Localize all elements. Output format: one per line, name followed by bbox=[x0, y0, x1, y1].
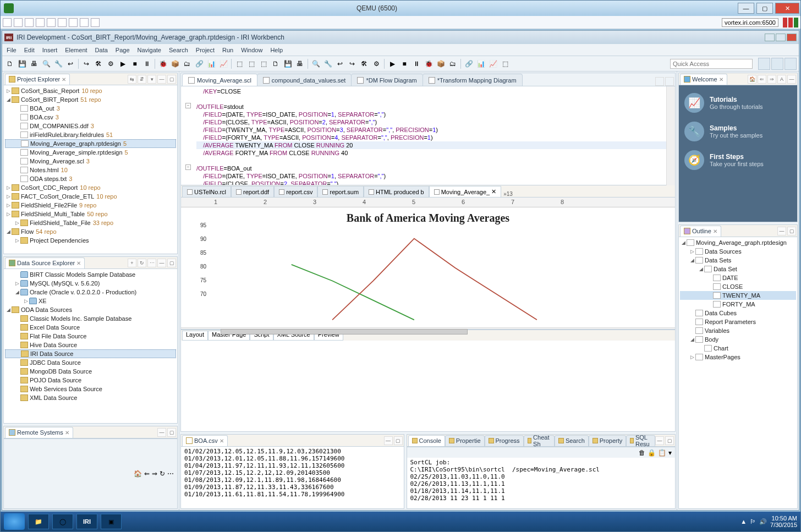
tree-item[interactable]: ◢Data Sets bbox=[680, 256, 796, 265]
toolbar-icon[interactable]: ▶ bbox=[117, 58, 128, 69]
maximize-icon[interactable]: ▢ bbox=[787, 227, 796, 235]
editor-tab[interactable]: *Transform Mapping Diagram bbox=[423, 74, 523, 86]
scrollbar[interactable] bbox=[666, 86, 675, 185]
tree-item[interactable]: ▷CoSort_Basic_Report 10 repo bbox=[5, 86, 176, 95]
menu-file[interactable]: File bbox=[7, 47, 17, 53]
collapse-all-icon[interactable]: ⇆ bbox=[128, 75, 136, 84]
tree-item[interactable]: TWENTY_MA bbox=[680, 291, 796, 300]
bottom-tab-propertie[interactable]: Propertie bbox=[445, 435, 485, 446]
toolbar-icon[interactable]: ⏸ bbox=[141, 58, 152, 69]
toolbar-icon[interactable]: 🗋 bbox=[270, 58, 281, 69]
qemu-tool-icon[interactable] bbox=[3, 18, 12, 27]
toolbar-icon[interactable]: 🐞 bbox=[157, 58, 168, 69]
tree-item[interactable]: ▷FieldShield_Table_File 33 repo bbox=[5, 218, 176, 227]
menu-insert[interactable]: Insert bbox=[42, 47, 58, 53]
tree-item[interactable]: ▷Project Dependencies bbox=[5, 236, 176, 245]
minimize-icon[interactable]: — bbox=[157, 428, 166, 437]
toolbar-icon[interactable]: ↻ bbox=[138, 259, 146, 267]
tree-item[interactable]: iriFieldRuleLibrary.fieldrules 51 bbox=[5, 130, 176, 139]
tree-item[interactable]: Moving_Average.scl 3 bbox=[5, 157, 176, 166]
tree-item[interactable]: Report Parameters bbox=[680, 317, 796, 326]
system-clock[interactable]: 10:50 AM 7/30/2015 bbox=[770, 515, 797, 528]
toolbar-icon[interactable]: 🗋 bbox=[4, 58, 15, 69]
toolbar-icon[interactable]: ⬚ bbox=[234, 58, 245, 69]
chart-scrollbar[interactable] bbox=[181, 327, 675, 329]
close-icon[interactable]: ✕ bbox=[491, 188, 496, 195]
toolbar-icon[interactable]: 🛠 bbox=[359, 58, 370, 69]
tree-item[interactable]: BIRT Classic Models Sample Database bbox=[5, 270, 176, 279]
toolbar-icon[interactable]: 📦 bbox=[435, 58, 446, 69]
tree-item[interactable]: POJO Data Source bbox=[5, 376, 176, 385]
minimize-icon[interactable] bbox=[655, 77, 664, 86]
tree-item[interactable]: ▷MySQL (MySQL v. 5.6.20) bbox=[5, 279, 176, 288]
tree-item[interactable]: JDBC Data Source bbox=[5, 358, 176, 367]
qemu-tool-icon[interactable] bbox=[47, 18, 56, 27]
outline-tree[interactable]: ◢Moving_Average_graph.rptdesign▷Data Sou… bbox=[679, 237, 797, 363]
qemu-max-button[interactable]: ▢ bbox=[756, 3, 773, 14]
bottom-tab-console[interactable]: Console bbox=[408, 435, 445, 446]
editor-tab[interactable]: compound_data_values.set bbox=[257, 74, 352, 86]
rs-icon[interactable]: ↻ bbox=[160, 470, 165, 478]
tree-item[interactable]: ◢ODA Data Sources bbox=[5, 305, 176, 314]
sub-editor-tab[interactable]: HTML produced b bbox=[364, 186, 429, 197]
tree-item[interactable]: ◢Moving_Average_graph.rptdesign bbox=[680, 238, 796, 247]
menu-window[interactable]: Window bbox=[241, 47, 262, 53]
maximize-icon[interactable]: ▢ bbox=[167, 428, 176, 437]
tree-item[interactable]: Notes.html 10 bbox=[5, 166, 176, 174]
project-explorer-tab[interactable]: Project Explorer ✕ bbox=[5, 74, 70, 85]
editor-tab[interactable]: Moving_Average.scl bbox=[182, 74, 257, 86]
tree-item[interactable]: Moving_Average_graph.rptdesign 5 bbox=[5, 139, 176, 148]
csv-content[interactable]: 01/02/2013,12.05,12.15,11.9,12.03,236021… bbox=[181, 447, 404, 508]
qemu-tool-icon[interactable] bbox=[58, 18, 67, 27]
minimize-icon[interactable]: — bbox=[787, 75, 796, 84]
sub-editor-tab[interactable]: USTelNo.rcl bbox=[182, 186, 231, 197]
menu-edit[interactable]: Edit bbox=[24, 47, 35, 53]
rs-icon[interactable]: ⇒ bbox=[152, 470, 157, 478]
bottom-tab-search[interactable]: Search bbox=[555, 435, 589, 446]
tree-item[interactable]: Flat File Data Source bbox=[5, 332, 176, 341]
qemu-tool-icon[interactable] bbox=[14, 18, 23, 27]
tree-item[interactable]: ◢Body bbox=[680, 335, 796, 344]
sub-editor-tab[interactable]: report.csv bbox=[274, 186, 317, 197]
menu-search[interactable]: Search bbox=[169, 47, 188, 53]
tree-item[interactable]: ◢Data Set bbox=[680, 265, 796, 273]
close-icon[interactable]: ✕ bbox=[220, 438, 224, 444]
tree-item[interactable]: IRI Data Source bbox=[5, 349, 176, 358]
tree-item[interactable]: Excel Data Source bbox=[5, 323, 176, 332]
qemu-min-button[interactable]: — bbox=[738, 3, 754, 14]
toolbar-icon[interactable]: 🔍 bbox=[41, 58, 52, 69]
maximize-icon[interactable]: ▢ bbox=[167, 75, 176, 84]
toolbar-icon[interactable]: 🔧 bbox=[322, 58, 333, 69]
toolbar-icon[interactable]: 🐞 bbox=[423, 58, 434, 69]
tree-item[interactable]: ◢Flow 54 repo bbox=[5, 227, 176, 236]
toolbar-icon[interactable]: ⬚ bbox=[500, 58, 511, 69]
toolbar-icon[interactable]: 📊 bbox=[475, 58, 486, 69]
remote-systems-tab[interactable]: Remote Systems ✕ bbox=[5, 427, 73, 438]
fwd-icon[interactable]: ⇒ bbox=[767, 75, 776, 84]
page-tab-layout[interactable]: Layout bbox=[182, 331, 208, 341]
tree-item[interactable]: DM_COMPANIES.ddf 3 bbox=[5, 122, 176, 130]
toolbar-icon[interactable]: 🔗 bbox=[194, 58, 205, 69]
close-icon[interactable]: ✕ bbox=[76, 260, 81, 266]
tray-icon[interactable]: 🔊 bbox=[759, 518, 767, 525]
project-explorer-tree[interactable]: ▷CoSort_Basic_Report 10 repo◢CoSort_BIRT… bbox=[4, 85, 177, 246]
app-max-button[interactable] bbox=[776, 34, 786, 41]
toolbar-icon[interactable]: 💾 bbox=[282, 58, 293, 69]
console-icon[interactable]: 📋 bbox=[658, 449, 666, 457]
menu-run[interactable]: Run bbox=[222, 47, 233, 53]
tree-item[interactable]: ▷CoSort_CDC_Report 10 repo bbox=[5, 183, 176, 192]
outline-tab[interactable]: Outline ✕ bbox=[680, 226, 721, 237]
tree-item[interactable]: ▷XE bbox=[5, 297, 176, 305]
welcome-item[interactable]: 🧭First StepsTake your first steps bbox=[679, 146, 797, 174]
tray-icon[interactable]: ▲ bbox=[740, 518, 747, 525]
bottom-tab-sql resu[interactable]: SQL Resu bbox=[626, 435, 655, 446]
link-editor-icon[interactable]: ⇵ bbox=[138, 75, 146, 84]
close-icon[interactable]: ✕ bbox=[713, 228, 717, 234]
tree-item[interactable]: Hive Data Source bbox=[5, 341, 176, 349]
toolbar-icon[interactable]: ■ bbox=[129, 58, 140, 69]
toolbar-icon[interactable]: 📈 bbox=[218, 58, 229, 69]
toolbar-icon[interactable]: 🗂 bbox=[447, 58, 458, 69]
qemu-tool-icon[interactable] bbox=[91, 18, 100, 27]
view-menu-icon[interactable]: ▾ bbox=[147, 75, 156, 84]
toolbar-icon[interactable]: 🔗 bbox=[463, 58, 474, 69]
